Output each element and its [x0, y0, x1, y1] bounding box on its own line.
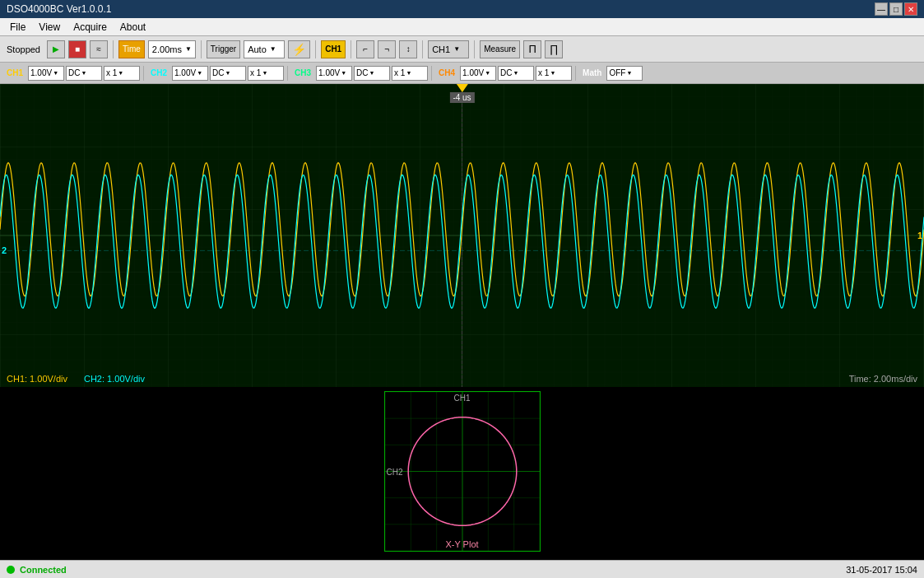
sep1	[113, 40, 114, 58]
measure-icon1[interactable]: Π	[523, 40, 541, 58]
trigger-marker: -4 us	[449, 84, 474, 103]
xy-plot-title: X-Y Plot	[445, 539, 478, 549]
xy-canvas	[385, 392, 540, 551]
ch-sep3	[431, 66, 432, 81]
ch4-group: CH4 1.00V DC x 1	[435, 66, 572, 81]
ch1-scope-label: CH1: 1.00V/div	[7, 374, 67, 384]
scope-display[interactable]: -4 us 2 1 CH1: 1.00V/div CH2: 1.00V/div …	[0, 84, 924, 387]
app-title: DSO4000BC Ver1.0.0.1	[7, 3, 111, 15]
stopped-label: Stopped	[3, 44, 44, 54]
ch4-probe-dropdown[interactable]: x 1	[536, 66, 572, 81]
menu-about[interactable]: About	[114, 20, 152, 35]
stop-button[interactable]: ■	[68, 40, 86, 58]
scope-time-label: Time: 2.00ms/div	[849, 374, 917, 384]
ch3-volt-dropdown[interactable]: 1.00V	[316, 66, 352, 81]
ch4-label[interactable]: CH4	[435, 68, 458, 78]
ch2-scope-label: CH2: 1.00V/div	[84, 374, 145, 384]
edge-falling-button[interactable]: ¬	[378, 40, 396, 58]
ch1-volt-dropdown[interactable]: 1.00V	[28, 66, 64, 81]
ch2-group: CH2 1.00V DC x 1	[147, 66, 284, 81]
measure-icon2[interactable]: ∏	[545, 40, 563, 58]
time-button[interactable]: Time	[118, 40, 145, 58]
trigger-force-button[interactable]: ⚡	[288, 40, 310, 58]
xy-ch2-label: CH2	[387, 467, 403, 476]
ch2-probe-dropdown[interactable]: x 1	[248, 66, 284, 81]
minimize-button[interactable]: —	[875, 2, 888, 16]
ch2-volt-dropdown[interactable]: 1.00V	[172, 66, 208, 81]
toolbar: Stopped ▶ ■ ≈ Time 2.00ms Trigger Auto ⚡…	[0, 36, 924, 63]
main-display: -4 us 2 1 CH1: 1.00V/div CH2: 1.00V/div …	[0, 84, 924, 560]
ch1-right-marker: 1	[917, 231, 922, 240]
sep3	[315, 40, 316, 58]
maximize-button[interactable]: □	[889, 2, 903, 16]
math-label: Math	[579, 68, 605, 78]
ch-sep2	[287, 66, 288, 81]
ch1-probe-dropdown[interactable]: x 1	[104, 66, 140, 81]
trigger-mode-dropdown[interactable]: Auto	[244, 40, 285, 58]
close-button[interactable]: ✕	[904, 2, 917, 16]
titlebar: DSO4000BC Ver1.0.0.1 — □ ✕	[0, 0, 924, 18]
menu-file[interactable]: File	[3, 20, 32, 35]
channel-settings-bar: CH1 1.00V DC x 1 CH2 1.00V DC x 1 CH3 1.…	[0, 63, 924, 84]
xy-ch1-label: CH1	[453, 394, 470, 403]
ch1-source-dropdown[interactable]: CH1	[428, 40, 469, 58]
measure-button[interactable]: Measure	[480, 40, 520, 58]
sep4	[351, 40, 351, 58]
ch1-label[interactable]: CH1	[3, 68, 26, 78]
statusbar: Connected 31-05-2017 15:04	[0, 560, 924, 578]
ch3-probe-dropdown[interactable]: x 1	[392, 66, 428, 81]
connection-indicator	[7, 566, 15, 574]
math-dropdown[interactable]: OFF	[606, 66, 643, 81]
play-button[interactable]: ▶	[47, 40, 65, 58]
ch3-coupling-dropdown[interactable]: DC	[354, 66, 390, 81]
timebase-dropdown[interactable]: 2.00ms	[148, 40, 196, 58]
approx-button[interactable]: ≈	[90, 40, 108, 58]
math-group: Math OFF	[579, 66, 643, 81]
trigger-arrow	[456, 84, 467, 92]
sep2	[201, 40, 202, 58]
ch1-trigger-button[interactable]: CH1	[321, 40, 346, 58]
titlebar-controls: — □ ✕	[875, 2, 917, 16]
statusbar-left: Connected	[7, 565, 67, 575]
edge-rising-button[interactable]: ⌐	[356, 40, 374, 58]
ch3-group: CH3 1.00V DC x 1	[291, 66, 428, 81]
menu-view[interactable]: View	[32, 20, 67, 35]
edge-both-button[interactable]: ↕	[399, 40, 417, 58]
connection-status: Connected	[20, 565, 67, 575]
ch2-coupling-dropdown[interactable]: DC	[210, 66, 246, 81]
wave-canvas	[0, 84, 924, 387]
xy-plot-panel: CH1 CH2 X-Y Plot	[384, 391, 541, 552]
bottom-panel: CH1 CH2 X-Y Plot	[0, 387, 924, 560]
sep6	[474, 40, 475, 58]
sep5	[422, 40, 423, 58]
ch4-coupling-dropdown[interactable]: DC	[498, 66, 534, 81]
menu-acquire[interactable]: Acquire	[67, 20, 114, 35]
ch2-label[interactable]: CH2	[147, 68, 170, 78]
trigger-time-label: -4 us	[449, 92, 474, 103]
ch-sep1	[143, 66, 144, 81]
titlebar-left: DSO4000BC Ver1.0.0.1	[7, 3, 111, 15]
ch1-coupling-dropdown[interactable]: DC	[66, 66, 102, 81]
scope-bottom-labels: CH1: 1.00V/div CH2: 1.00V/div	[7, 374, 145, 384]
ch3-label[interactable]: CH3	[291, 68, 314, 78]
menubar: File View Acquire About	[0, 18, 924, 36]
datetime-display: 31-05-2017 15:04	[846, 565, 917, 575]
ch-sep4	[575, 66, 576, 81]
trigger-label: Trigger	[207, 40, 240, 58]
ch2-left-marker: 2	[2, 245, 7, 255]
ch1-group: CH1 1.00V DC x 1	[3, 66, 140, 81]
ch4-volt-dropdown[interactable]: 1.00V	[460, 66, 496, 81]
